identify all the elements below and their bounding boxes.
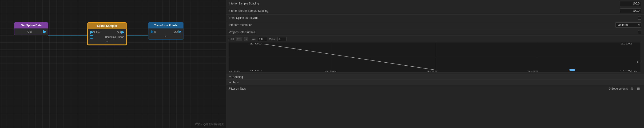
seeding-section-header[interactable]: Seeding (226, 74, 644, 80)
tags-expand-icon (229, 81, 231, 84)
treat-spline-row: Treat Spline as Polyline (226, 14, 644, 21)
interior-border-sample-spacing-row: Interior Border Sample Spacing (226, 7, 644, 14)
remove-tag-button[interactable]: 🗑 (636, 86, 641, 91)
curve-normalize-button[interactable]: ↕ (244, 37, 248, 41)
add-tag-button[interactable]: ⊕ (630, 86, 634, 91)
port-spline-out-icon (121, 30, 124, 34)
port-out-label: Out (28, 30, 32, 33)
port-in-icon (150, 30, 154, 34)
node-get-spline-data-title: Get Spline Data (14, 22, 48, 28)
svg-text:↩: ↩ (636, 60, 641, 64)
right-panel: Interior Sample Spacing Interior Border … (226, 0, 644, 128)
tags-label: Tags (232, 81, 238, 84)
treat-spline-checkbox[interactable] (638, 16, 641, 20)
interior-orientation-select[interactable]: Uniform World Local (615, 22, 641, 28)
port-spline-label: Spline (93, 31, 100, 34)
curve-time-label: Time (250, 38, 256, 40)
port-bounding-label: Bounding Shape (105, 36, 124, 38)
svg-point-21 (569, 69, 576, 71)
node-spline-sampler-title: Spline Sampler (88, 23, 126, 29)
svg-marker-23 (229, 76, 231, 78)
interior-sample-spacing-label: Interior Sample Spacing (229, 2, 620, 5)
watermark: CSDN @开发游戏的老王 (195, 122, 224, 126)
port-out-label-transform: Out (174, 30, 178, 33)
filter-on-tags-label: Filter on Tags (229, 87, 607, 90)
expand-spline-sampler[interactable]: ▾ (88, 39, 126, 44)
svg-text:0.50: 0.50 (325, 70, 336, 72)
svg-rect-1 (90, 36, 93, 38)
filter-on-tags-row: Filter on Tags 0 Set elements ⊕ 🗑 (226, 85, 644, 92)
density-falloff-curve-section: 0.00 ⟺ ↕ Time Value 1.00 0.00 1.00 0 (226, 36, 644, 74)
port-in-label: In (154, 30, 156, 33)
svg-text:1.00: 1.00 (250, 42, 262, 45)
project-onto-surface-label: Project Onto Surface (229, 30, 638, 34)
seeding-label: Seeding (232, 75, 243, 78)
svg-text:1.50: 1.50 (528, 70, 538, 72)
node-transform-points[interactable]: Transform Points In Out ▾ (148, 22, 184, 40)
port-out-icon (43, 30, 46, 34)
node-spline-sampler[interactable]: Spline Sampler Spline Out (87, 22, 127, 46)
expand-transform[interactable]: ▾ (148, 34, 183, 38)
curve-x-start: 0.00 (229, 38, 234, 40)
tags-count: 0 Set elements (609, 87, 628, 90)
svg-marker-24 (229, 82, 231, 83)
seeding-expand-icon (229, 76, 231, 78)
curve-toolbar: 0.00 ⟺ ↕ Time Value (229, 36, 641, 42)
interior-sample-spacing-row: Interior Sample Spacing (226, 0, 644, 7)
port-spline-in-icon (90, 30, 93, 34)
project-onto-surface-checkbox[interactable] (638, 30, 641, 34)
connection-lines (0, 0, 226, 128)
port-out-icon-transform (178, 30, 181, 34)
curve-time-input[interactable] (258, 37, 267, 41)
port-bounding-icon (90, 35, 93, 38)
node-transform-points-title: Transform Points (148, 22, 184, 28)
svg-text:2.0: 2.0 (629, 70, 637, 72)
treat-spline-label: Treat Spline as Polyline (229, 16, 638, 20)
interior-border-sample-spacing-label: Interior Border Sample Spacing (229, 9, 620, 12)
interior-orientation-label: Interior Orientation (229, 23, 615, 26)
svg-text:0.00: 0.00 (250, 69, 262, 72)
port-spline-out-label: Out (117, 31, 121, 34)
interior-sample-spacing-input[interactable] (620, 1, 641, 6)
svg-text:0.00: 0.00 (229, 70, 240, 72)
svg-text:1.00: 1.00 (620, 42, 632, 45)
interior-border-sample-spacing-input[interactable] (620, 8, 641, 13)
svg-text:1.00: 1.00 (427, 70, 437, 72)
density-falloff-curve[interactable]: 1.00 0.00 1.00 0.00 0.00 0.50 1.00 1.50 … (229, 42, 641, 72)
node-canvas[interactable]: Get Spline Data Out Spline Sampler (0, 0, 226, 128)
curve-value-input[interactable] (277, 37, 287, 41)
interior-orientation-row: Interior Orientation Uniform World Local (226, 21, 644, 29)
curve-fit-button[interactable]: ⟺ (236, 37, 242, 41)
curve-value-label: Value (269, 38, 276, 40)
project-onto-surface-row: Project Onto Surface (226, 29, 644, 36)
node-get-spline-data[interactable]: Get Spline Data Out (14, 22, 48, 35)
tags-section-header[interactable]: Tags (226, 80, 644, 85)
